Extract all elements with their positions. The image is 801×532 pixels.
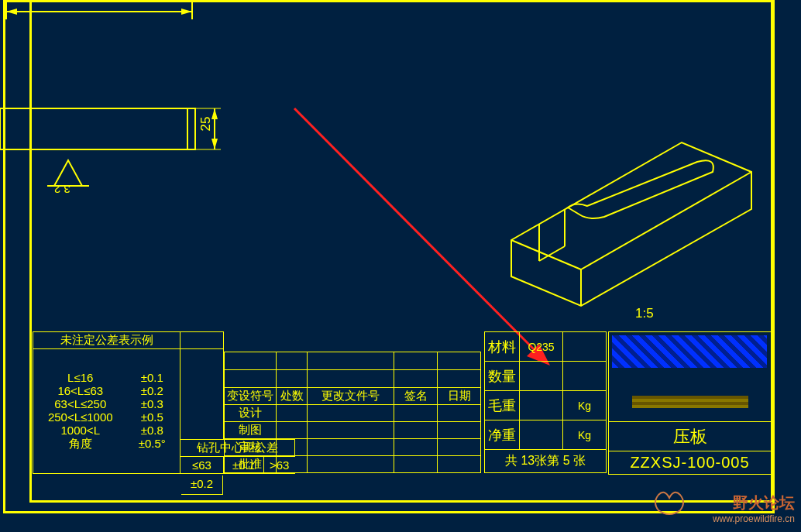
side-view-part xyxy=(0,93,240,186)
surface-finish-value: 3.2 xyxy=(54,183,70,196)
svg-marker-4 xyxy=(181,9,192,15)
net-unit: Kg xyxy=(563,420,607,450)
iso-scale: 1:5 xyxy=(635,306,654,321)
gross-unit: Kg xyxy=(563,391,607,420)
revision-blank-rows xyxy=(224,352,481,388)
part-name: 压板 xyxy=(609,422,772,451)
svg-line-21 xyxy=(294,108,542,358)
main-info-table: 材料 Q235 数量 毛重 Kg 净重 Kg 共 13张第 5 张 xyxy=(484,331,607,473)
net-label: 净重 xyxy=(485,420,520,450)
tolerance-header: 未注定公差表示例 xyxy=(33,332,180,349)
material-label: 材料 xyxy=(485,332,520,362)
top-dimension-line xyxy=(0,0,201,46)
svg-marker-3 xyxy=(6,9,17,15)
svg-marker-11 xyxy=(211,139,218,149)
dimension-25: 25 xyxy=(198,117,214,132)
gross-label: 毛重 xyxy=(485,391,520,420)
watermark: 野火论坛 www.proewildfire.cn xyxy=(713,493,795,524)
revision-table: 变设符号 处数 更改文件号 签名 日期 设计 制图 审核 批准 xyxy=(224,387,481,473)
company-name-redacted xyxy=(632,396,748,408)
qty-label: 数量 xyxy=(485,362,520,391)
company-title-table: 压板 ZZXSJ-100-005 xyxy=(608,331,772,475)
svg-line-17 xyxy=(581,172,751,269)
svg-rect-5 xyxy=(0,108,195,149)
material-value: Q235 xyxy=(520,332,563,362)
hole-tol-b: ±0.2 xyxy=(181,475,223,495)
logo-icon xyxy=(652,487,685,518)
sheet-info: 共 13张第 5 张 xyxy=(485,450,607,473)
drawing-number: ZZXSJ-100-005 xyxy=(609,451,772,475)
company-logo-redacted xyxy=(612,335,767,368)
